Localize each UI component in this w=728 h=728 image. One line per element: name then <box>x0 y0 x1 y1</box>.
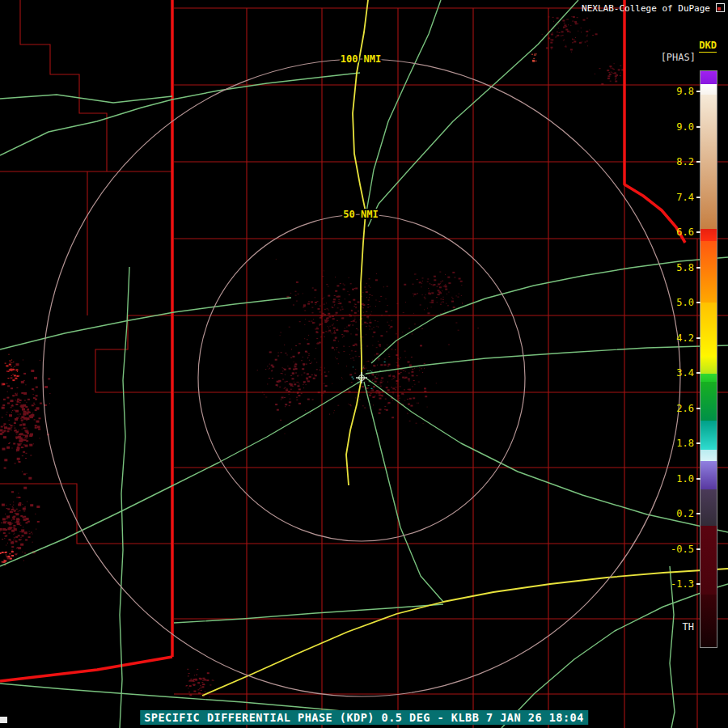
echo-pixel <box>611 71 612 72</box>
scale-segment <box>700 374 717 382</box>
echo-pixel <box>437 302 438 303</box>
echo-pixel <box>615 79 616 80</box>
echo-pixel <box>290 402 291 403</box>
echo-pixel <box>370 390 372 391</box>
echo-pixel <box>443 297 444 298</box>
echo-pixel <box>573 16 575 18</box>
echo-pixel <box>307 380 310 382</box>
road-line <box>366 345 728 374</box>
echo-pixel <box>12 448 13 449</box>
echo-pixel <box>350 358 351 359</box>
echo-pixel <box>378 384 379 385</box>
echo-pixel <box>281 332 281 333</box>
echo-pixel <box>6 414 6 415</box>
echo-pixel <box>281 399 281 400</box>
scale-segment <box>700 303 717 356</box>
echo-pixel <box>565 46 565 47</box>
echo-pixel <box>427 281 429 282</box>
echo-pixel <box>271 370 273 371</box>
echo-pixel <box>15 378 17 379</box>
echo-pixel <box>586 18 588 19</box>
echo-pixel <box>379 346 381 347</box>
echo-pixel <box>15 436 19 438</box>
echo-pixel <box>403 312 404 313</box>
echo-pixel <box>342 336 343 337</box>
echo-pixel <box>351 382 353 383</box>
echo-pixel <box>418 382 420 383</box>
echo-cluster <box>542 16 598 53</box>
echo-cluster <box>265 259 479 434</box>
echo-pixel <box>21 539 22 540</box>
echo-pixel <box>269 378 270 379</box>
echo-pixel <box>37 425 40 428</box>
echo-pixel <box>349 346 350 347</box>
units-label: [PHAS] <box>661 52 696 63</box>
echo-pixel <box>308 335 309 336</box>
echo-pixel <box>306 384 307 385</box>
echo-cluster <box>0 487 40 561</box>
echo-pixel <box>620 73 621 74</box>
echo-pixel <box>11 427 11 428</box>
echo-pixel <box>275 404 277 405</box>
echo-pixel <box>305 319 306 320</box>
echo-pixel <box>332 301 335 303</box>
echo-pixel <box>376 347 378 348</box>
echo-pixel <box>6 508 8 509</box>
echo-pixel <box>427 407 428 408</box>
echo-pixel <box>188 675 189 676</box>
echo-pixel <box>334 331 335 332</box>
echo-pixel <box>362 303 364 305</box>
echo-pixel <box>320 367 322 368</box>
echo-pixel <box>18 511 19 512</box>
echo-pixel <box>8 557 10 557</box>
echo-pixel <box>348 324 350 326</box>
echo-pixel <box>366 291 368 293</box>
echo-pixel <box>339 303 341 304</box>
echo-pixel <box>337 405 339 406</box>
echo-pixel <box>351 333 352 334</box>
scale-tick-label: 7.4 <box>676 192 694 203</box>
echo-pixel <box>358 356 360 357</box>
echo-pixel <box>353 320 355 322</box>
echo-pixel <box>324 309 326 310</box>
echo-pixel <box>424 309 425 310</box>
echo-pixel <box>281 373 282 374</box>
echo-pixel <box>374 327 375 328</box>
scale-segment <box>700 450 717 461</box>
echo-pixel <box>205 692 206 692</box>
echo-pixel <box>337 328 338 329</box>
echo-pixel <box>267 383 268 384</box>
echo-pixel <box>23 444 25 445</box>
echo-pixel <box>16 520 19 523</box>
echo-pixel <box>23 508 26 510</box>
echo-pixel <box>336 349 336 350</box>
echo-pixel <box>351 311 353 311</box>
echo-pixel <box>461 285 462 286</box>
echo-pixel <box>12 369 15 370</box>
echo-pixel <box>367 307 369 307</box>
echo-pixel <box>387 366 389 366</box>
echo-pixel <box>431 302 434 303</box>
echo-pixel <box>400 358 401 358</box>
echo-pixel <box>571 52 572 53</box>
echo-pixel <box>40 403 42 404</box>
echo-pixel <box>440 313 442 314</box>
echo-pixel <box>460 281 463 282</box>
echo-pixel <box>277 409 279 411</box>
echo-pixel <box>25 540 28 541</box>
echo-pixel <box>326 284 328 285</box>
echo-pixel <box>366 311 367 312</box>
echo-pixel <box>362 307 364 308</box>
echo-pixel <box>4 468 6 469</box>
echo-pixel <box>324 372 326 373</box>
echo-pixel <box>373 375 374 376</box>
echo-pixel <box>12 410 13 411</box>
echo-pixel <box>456 295 457 296</box>
echo-pixel <box>354 344 357 345</box>
echo-pixel <box>284 369 286 370</box>
echo-pixel <box>388 364 391 366</box>
echo-pixel <box>572 21 574 22</box>
echo-pixel <box>12 374 14 375</box>
echo-pixel <box>391 387 392 387</box>
echo-pixel <box>7 527 11 530</box>
